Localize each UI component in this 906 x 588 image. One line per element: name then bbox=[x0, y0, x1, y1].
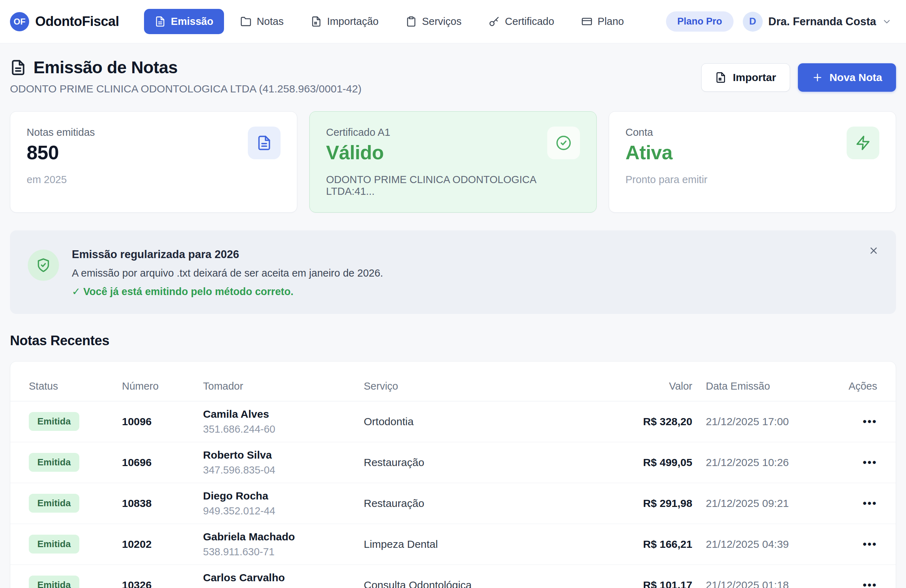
file-import-icon bbox=[715, 72, 726, 83]
service-name: Restauração bbox=[364, 456, 607, 468]
row-actions-button[interactable]: ••• bbox=[820, 538, 877, 550]
navbar-right: Plano Pro D Dra. Fernanda Costa bbox=[666, 11, 892, 32]
new-note-button[interactable]: Nova Nota bbox=[798, 63, 896, 92]
user-menu[interactable]: D Dra. Fernanda Costa bbox=[743, 12, 892, 32]
stat-card-certificado: Certificado A1 Válido ODONTO PRIME CLINI… bbox=[309, 111, 597, 213]
table-row: Emitida 10096 Camila Alves 351.686.244-6… bbox=[10, 402, 896, 442]
column-header-data: Data Emissão bbox=[692, 380, 820, 392]
file-text-icon bbox=[10, 59, 26, 76]
page-content: Emissão de Notas ODONTO PRIME CLINICA OD… bbox=[0, 43, 906, 588]
row-actions-button[interactable]: ••• bbox=[820, 579, 877, 588]
file-text-icon bbox=[248, 127, 281, 159]
note-value: R$ 499,05 bbox=[607, 456, 692, 468]
nav-tab-plano[interactable]: Plano bbox=[571, 9, 635, 34]
nav-tab-certificado[interactable]: Certificado bbox=[478, 9, 565, 34]
note-value: R$ 166,21 bbox=[607, 538, 692, 550]
brand: OF OdontoFiscal bbox=[10, 12, 119, 31]
emission-date: 21/12/2025 09:21 bbox=[692, 497, 820, 510]
tomador-name: Gabriela Machado bbox=[203, 531, 364, 543]
tomador-name: Carlos Carvalho bbox=[203, 571, 364, 584]
column-header-servico: Serviço bbox=[364, 380, 607, 392]
nav-tab-label: Importação bbox=[327, 16, 379, 27]
stat-sub: ODONTO PRIME CLINICA ODONTOLOGICA LTDA:4… bbox=[326, 174, 547, 197]
row-actions-button[interactable]: ••• bbox=[820, 456, 877, 468]
tomador-doc: 351.686.244-60 bbox=[203, 424, 364, 435]
status-badge: Emitida bbox=[29, 535, 79, 553]
file-text-icon bbox=[155, 16, 166, 27]
table-row: Emitida 10838 Diego Rocha 949.352.012-44… bbox=[10, 483, 896, 524]
status-badge: Emitida bbox=[29, 494, 79, 513]
stat-value: Válido bbox=[326, 143, 547, 163]
banner-highlight: ✓ Você já está emitindo pelo método corr… bbox=[72, 285, 383, 298]
main-nav: Emissão Notas Importação Serviços bbox=[144, 9, 635, 34]
note-number: 10096 bbox=[122, 416, 203, 428]
credit-card-icon bbox=[581, 16, 592, 27]
recent-notes-title: Notas Recentes bbox=[10, 333, 896, 348]
brand-logo: OF bbox=[10, 12, 29, 31]
table-header-row: Status Número Tomador Serviço Valor Data… bbox=[10, 371, 896, 402]
stat-card-conta: Conta Ativa Pronto para emitir bbox=[609, 111, 896, 213]
banner-close-button[interactable] bbox=[866, 243, 881, 258]
brand-name: OdontoFiscal bbox=[35, 14, 119, 29]
stat-label: Notas emitidas bbox=[27, 127, 95, 138]
top-navbar: OF OdontoFiscal Emissão Notas Importa bbox=[0, 0, 906, 43]
table-row: Emitida 10696 Roberto Silva 347.596.835-… bbox=[10, 442, 896, 483]
clipboard-icon bbox=[406, 16, 417, 27]
stat-value: Ativa bbox=[625, 143, 708, 163]
chevron-down-icon bbox=[882, 17, 892, 27]
column-header-numero: Número bbox=[122, 380, 203, 392]
nav-tab-label: Emissão bbox=[171, 16, 213, 27]
service-name: Restauração bbox=[364, 497, 607, 510]
tomador-name: Camila Alves bbox=[203, 408, 364, 421]
page-header: Emissão de Notas ODONTO PRIME CLINICA OD… bbox=[10, 43, 896, 111]
recent-notes-table: Status Número Tomador Serviço Valor Data… bbox=[10, 361, 896, 588]
nav-tab-servicos[interactable]: Serviços bbox=[395, 9, 472, 34]
emission-date: 21/12/2025 01:18 bbox=[692, 579, 820, 588]
table-row: Emitida 10326 Carlos Carvalho 505.383.27… bbox=[10, 565, 896, 588]
column-header-tomador: Tomador bbox=[203, 380, 364, 392]
status-badge: Emitida bbox=[29, 575, 79, 588]
tomador-name: Diego Rocha bbox=[203, 489, 364, 502]
odontofiscal-dashboard: OF OdontoFiscal Emissão Notas Importa bbox=[0, 0, 906, 588]
stat-label: Conta bbox=[625, 127, 708, 138]
emission-date: 21/12/2025 10:26 bbox=[692, 456, 820, 468]
nav-tab-emissao[interactable]: Emissão bbox=[144, 9, 224, 34]
tomador-name: Roberto Silva bbox=[203, 449, 364, 461]
stat-value: 850 bbox=[27, 143, 95, 163]
tomador-doc: 347.596.835-04 bbox=[203, 464, 364, 476]
import-button[interactable]: Importar bbox=[701, 63, 790, 92]
service-name: Ortodontia bbox=[364, 416, 607, 428]
service-name: Limpeza Dental bbox=[364, 538, 607, 550]
nav-tab-label: Notas bbox=[257, 16, 284, 27]
column-header-valor: Valor bbox=[607, 380, 692, 392]
stat-sub: em 2025 bbox=[27, 174, 95, 186]
note-value: R$ 291,98 bbox=[607, 497, 692, 510]
column-header-acoes: Ações bbox=[820, 380, 877, 392]
nav-tab-label: Certificado bbox=[505, 16, 554, 27]
plan-pro-badge: Plano Pro bbox=[666, 11, 734, 32]
banner-title: Emissão regularizada para 2026 bbox=[72, 248, 383, 261]
note-value: R$ 101,17 bbox=[607, 579, 692, 588]
note-number: 10202 bbox=[122, 538, 203, 550]
check-circle-icon bbox=[547, 127, 580, 159]
stats-cards: Notas emitidas 850 em 2025 Certificado A… bbox=[10, 111, 896, 213]
banner-body: A emissão por arquivo .txt deixará de se… bbox=[72, 267, 383, 279]
row-actions-button[interactable]: ••• bbox=[820, 416, 877, 428]
header-actions: Importar Nova Nota bbox=[701, 57, 896, 92]
regularization-banner: Emissão regularizada para 2026 A emissão… bbox=[10, 230, 896, 314]
avatar: D bbox=[743, 12, 763, 32]
column-header-status: Status bbox=[29, 380, 122, 392]
row-actions-button[interactable]: ••• bbox=[820, 497, 877, 510]
service-name: Consulta Odontológica bbox=[364, 579, 607, 588]
note-value: R$ 328,20 bbox=[607, 416, 692, 428]
page-title: Emissão de Notas bbox=[10, 57, 362, 77]
stat-sub: Pronto para emitir bbox=[625, 174, 708, 186]
close-icon bbox=[868, 245, 879, 256]
nav-tab-notas[interactable]: Notas bbox=[230, 9, 294, 34]
emission-date: 21/12/2025 17:00 bbox=[692, 416, 820, 428]
status-badge: Emitida bbox=[29, 453, 79, 472]
folder-icon bbox=[240, 16, 251, 27]
nav-tab-label: Plano bbox=[598, 16, 624, 27]
zap-icon bbox=[847, 127, 879, 159]
nav-tab-importacao[interactable]: Importação bbox=[300, 9, 389, 34]
